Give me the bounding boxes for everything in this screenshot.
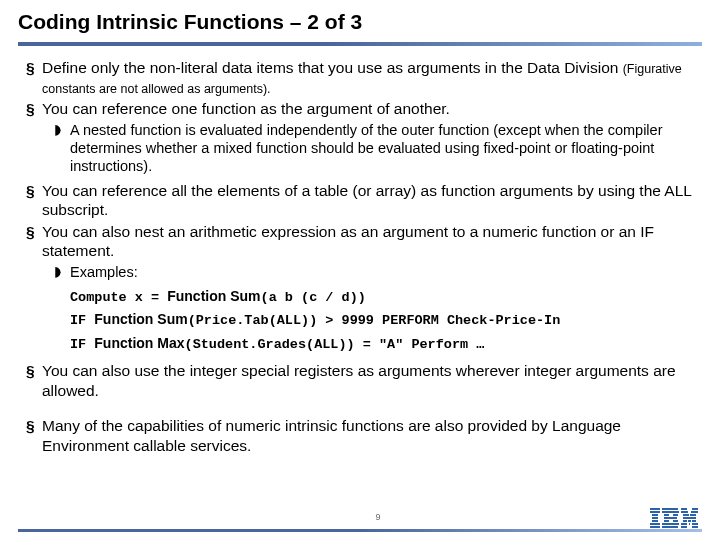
svg-rect-29 — [681, 526, 687, 528]
bullet-item: § You can reference all the elements of … — [26, 181, 702, 220]
svg-rect-27 — [689, 523, 690, 525]
square-bullet-icon: § — [26, 361, 42, 400]
svg-rect-14 — [662, 523, 679, 525]
svg-rect-5 — [650, 523, 660, 525]
square-bullet-icon: § — [26, 416, 42, 455]
svg-rect-6 — [650, 526, 660, 528]
footer — [18, 529, 702, 532]
arrow-bullet-icon: ◗ — [54, 121, 70, 175]
sub-bullet-item: ◗ Examples: — [54, 263, 702, 281]
slide-title: Coding Intrinsic Functions – 2 of 3 — [18, 10, 702, 40]
svg-rect-3 — [652, 517, 658, 519]
bullet-text: Define only the non-literal data items t… — [42, 58, 702, 97]
arrow-bullet-icon: ◗ — [54, 263, 70, 281]
code-text: IF — [70, 313, 94, 328]
bullet-text: You can reference one function as the ar… — [42, 99, 702, 118]
svg-rect-15 — [662, 526, 678, 528]
svg-rect-24 — [688, 520, 691, 522]
sub-bullet-text: Examples: — [70, 263, 702, 281]
code-function: Function Max — [94, 335, 184, 351]
code-function: Function Sum — [94, 311, 187, 327]
svg-rect-1 — [650, 511, 660, 513]
sub-bullet-item: ◗ A nested function is evaluated indepen… — [54, 121, 702, 175]
text: Define only the non-literal data items t… — [42, 59, 623, 76]
svg-rect-18 — [681, 511, 688, 513]
svg-rect-28 — [692, 523, 698, 525]
svg-rect-20 — [683, 514, 689, 516]
svg-rect-11 — [664, 517, 677, 519]
code-line: IF Function Max(Student.Grades(ALL)) = "… — [70, 332, 702, 356]
slide-content: § Define only the non-literal data items… — [18, 58, 702, 455]
svg-rect-9 — [664, 514, 669, 516]
code-examples: Compute x = Function Sum(a b (c / d)) IF… — [70, 285, 702, 356]
bullet-text: You can reference all the elements of a … — [42, 181, 702, 220]
code-text: IF — [70, 337, 94, 352]
svg-rect-10 — [673, 514, 678, 516]
code-text: (a b (c / d)) — [261, 290, 366, 305]
svg-rect-8 — [662, 511, 679, 513]
bullet-text: You can also nest an arithmetic expressi… — [42, 222, 702, 261]
svg-rect-12 — [664, 520, 669, 522]
svg-rect-0 — [650, 508, 660, 510]
title-underline — [18, 42, 702, 46]
bullet-item: § You can also use the integer special r… — [26, 361, 702, 400]
svg-rect-2 — [652, 514, 658, 516]
svg-rect-25 — [692, 520, 696, 522]
bullet-text: You can also use the integer special reg… — [42, 361, 702, 400]
svg-rect-17 — [692, 508, 698, 510]
square-bullet-icon: § — [26, 58, 42, 97]
bullet-item: § Define only the non-literal data items… — [26, 58, 702, 97]
ibm-logo-icon — [650, 508, 698, 528]
code-text: (Student.Grades(ALL)) = "A" Perform … — [185, 337, 485, 352]
code-text: (Price.Tab(ALL)) > 9999 PERFORM Check-Pr… — [188, 313, 561, 328]
square-bullet-icon: § — [26, 222, 42, 261]
square-bullet-icon: § — [26, 99, 42, 118]
svg-rect-22 — [683, 517, 696, 519]
code-line: IF Function Sum(Price.Tab(ALL)) > 9999 P… — [70, 308, 702, 332]
svg-rect-19 — [691, 511, 698, 513]
bullet-item: § Many of the capabilities of numeric in… — [26, 416, 702, 455]
svg-rect-26 — [681, 523, 687, 525]
bullet-item: § You can reference one function as the … — [26, 99, 702, 118]
code-function: Function Sum — [167, 288, 260, 304]
bullet-item: § You can also nest an arithmetic expres… — [26, 222, 702, 261]
code-text: Compute x = — [70, 290, 167, 305]
footer-divider — [18, 529, 702, 532]
svg-rect-7 — [662, 508, 678, 510]
page-number: 9 — [18, 512, 720, 522]
svg-rect-4 — [652, 520, 658, 522]
slide: Coding Intrinsic Functions – 2 of 3 § De… — [0, 0, 720, 540]
svg-rect-23 — [683, 520, 687, 522]
square-bullet-icon: § — [26, 181, 42, 220]
svg-rect-21 — [690, 514, 696, 516]
svg-rect-13 — [673, 520, 678, 522]
code-line: Compute x = Function Sum(a b (c / d)) — [70, 285, 702, 309]
bullet-text: Many of the capabilities of numeric intr… — [42, 416, 702, 455]
sub-bullet-text: A nested function is evaluated independe… — [70, 121, 702, 175]
svg-rect-30 — [692, 526, 698, 528]
svg-rect-16 — [681, 508, 687, 510]
